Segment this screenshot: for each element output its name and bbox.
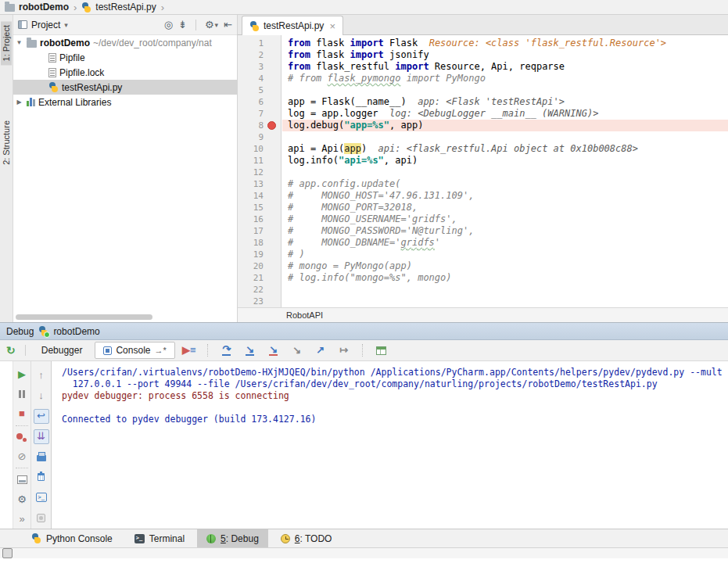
gutter-line-1[interactable]: 1 [238, 38, 281, 49]
tree-row-pipfile-lock[interactable]: Pipfile.lock [13, 65, 237, 80]
gutter-line-18[interactable]: 18 [238, 237, 281, 249]
code-line-10[interactable]: api = Api(app) api: <flask_restful.Api o… [282, 143, 728, 155]
step-out-button[interactable]: ↗ [311, 342, 330, 358]
code-line-6[interactable]: app = Flask(__name__) app: <Flask 'testR… [282, 96, 728, 108]
code-line-1[interactable]: from flask import Flask Resource: <class… [282, 38, 728, 49]
code-line-3[interactable]: from flask_restful import Resource, Api,… [282, 61, 728, 73]
toolwindow-button-terminal[interactable]: Terminal [125, 529, 194, 547]
view-options-button[interactable]: ⚙▾ [205, 19, 218, 30]
code-line-19[interactable]: # ) [282, 249, 728, 260]
gutter-line-16[interactable]: 16 [238, 213, 281, 225]
step-over-button[interactable]: ↷ [217, 342, 236, 358]
gutter-line-15[interactable]: 15 [238, 202, 281, 213]
collapse-all-button[interactable]: ⇟ [178, 19, 187, 30]
toolwindow-button-python-console[interactable]: Python Console [22, 529, 122, 547]
project-panel-title[interactable]: Project [31, 20, 60, 30]
clear-all-button[interactable] [31, 469, 51, 485]
gutter-line-14[interactable]: 14 [238, 190, 281, 202]
code-line-2[interactable]: from flask import jsonify [282, 49, 728, 61]
code-line-13[interactable]: # app.config.update( [282, 178, 728, 190]
tree-row-pipfile[interactable]: Pipfile [13, 50, 237, 65]
code-line-14[interactable]: # MONGO_HOST='47.96.131.109', [282, 190, 728, 202]
up-stack-trace-button[interactable]: ↑ [31, 368, 51, 383]
debug-tab-console[interactable]: Console→* [95, 342, 174, 359]
editor-code-area[interactable]: from flask import Flask Resource: <class… [282, 35, 728, 307]
gutter-line-22[interactable]: 22 [238, 284, 281, 296]
hide-panel-button[interactable]: ⇤ [224, 19, 232, 30]
scroll-to-end-button[interactable]: ⇊ [31, 429, 51, 444]
tree-row-testrestapi-py[interactable]: testRestApi.py [13, 80, 237, 95]
toolwindow-button-5-debug[interactable]: 5: Debug [197, 529, 268, 547]
evaluate-expression-button[interactable] [372, 342, 391, 358]
gutter-line-12[interactable]: 12 [238, 167, 281, 178]
debug-tab-debugger[interactable]: Debugger [34, 342, 91, 358]
gutter-line-21[interactable]: 21 [238, 272, 281, 284]
gutter-line-8[interactable]: 8 [238, 120, 281, 131]
code-line-8[interactable]: log.debug("app=%s", app) [282, 120, 728, 131]
gutter-line-13[interactable]: 13 [238, 178, 281, 190]
code-line-23[interactable] [282, 296, 728, 307]
code-line-21[interactable]: # log.info("mongo=%s", mongo) [282, 272, 728, 284]
stop-program-button[interactable]: ■ [13, 407, 30, 421]
breadcrumb-project[interactable]: robotDemo [19, 2, 69, 13]
stripe-tab-1-project[interactable]: 1: Project [1, 21, 12, 65]
rerun-button[interactable]: ↻ [6, 344, 16, 357]
code-line-12[interactable] [282, 167, 728, 178]
code-line-17[interactable]: # MONGO_PASSWORD='N@turling', [282, 225, 728, 237]
code-line-5[interactable] [282, 84, 728, 96]
editor-tab-testrestapi[interactable]: testRestApi.py × [242, 16, 343, 35]
tree-collapsed-arrow-icon[interactable]: ▶ [15, 99, 23, 106]
code-line-20[interactable]: # mongo = PyMongo(app) [282, 260, 728, 272]
gutter-line-10[interactable]: 10 [238, 143, 281, 155]
step-into-my-code-button[interactable]: ↘ [264, 342, 283, 358]
resume-program-button[interactable]: ▶ [13, 368, 30, 382]
gutter-line-17[interactable]: 17 [238, 225, 281, 237]
gutter-line-4[interactable]: 4 [238, 73, 281, 84]
gutter-line-5[interactable]: 5 [238, 84, 281, 96]
gutter-line-19[interactable]: 19 [238, 249, 281, 260]
close-tab-icon[interactable]: × [329, 20, 335, 32]
gutter-line-6[interactable]: 6 [238, 96, 281, 108]
force-step-into-button[interactable]: ↘ [288, 342, 307, 358]
tree-row-external-libraries[interactable]: ▶External Libraries [13, 95, 237, 109]
step-into-button[interactable]: ↘ [241, 342, 260, 358]
show-python-prompt-button[interactable] [31, 489, 51, 505]
breadcrumb-file[interactable]: testRestApi.py [95, 2, 156, 13]
chevron-down-icon[interactable]: ▾ [64, 21, 68, 29]
code-line-15[interactable]: # MONGO_PORT=32018, [282, 202, 728, 213]
tree-expanded-arrow-icon[interactable]: ▼ [15, 39, 23, 46]
code-line-18[interactable]: # MONGO_DBNAME='gridfs' [282, 237, 728, 249]
code-line-9[interactable] [282, 131, 728, 143]
gutter-line-20[interactable]: 20 [238, 260, 281, 272]
debug-settings-button[interactable]: ⚙ [13, 492, 30, 507]
gutter-line-11[interactable]: 11 [238, 155, 281, 167]
toolwindow-switcher-icon[interactable] [2, 548, 13, 558]
gutter-line-2[interactable]: 2 [238, 49, 281, 61]
code-line-7[interactable]: log = app.logger log: <DebugLogger __mai… [282, 108, 728, 120]
attach-image-button[interactable] [31, 510, 51, 525]
toolwindow-button-6-todo[interactable]: 6: TODO [271, 529, 342, 547]
down-stack-trace-button[interactable]: ↓ [31, 388, 51, 403]
gutter-line-9[interactable]: 9 [238, 131, 281, 143]
locate-file-button[interactable]: ◎ [164, 19, 173, 30]
gutter-line-23[interactable]: 23 [238, 296, 281, 307]
code-line-16[interactable]: # MONGO_USERNAME='gridfs', [282, 213, 728, 225]
code-line-11[interactable]: log.info("api=%s", api) [282, 155, 728, 167]
restore-layout-button[interactable] [13, 472, 30, 487]
debug-window-header[interactable]: Debug robotDemo [0, 322, 728, 340]
gutter-line-3[interactable]: 3 [238, 61, 281, 73]
use-soft-wraps-button[interactable]: ↩ [31, 408, 51, 424]
mute-breakpoints-button[interactable]: ⊘ [13, 450, 30, 464]
horizontal-scrollbar[interactable] [16, 314, 152, 320]
tree-row-robotdemo[interactable]: ▼robotDemo ~/dev/dev_root/company/nat [13, 35, 237, 50]
stripe-tab-2-structure[interactable]: 2: Structure [1, 117, 12, 169]
pause-program-button[interactable] [13, 387, 30, 402]
print-console-button[interactable] [31, 449, 51, 464]
more-options-button[interactable]: » [13, 511, 30, 526]
code-line-4[interactable]: # from flask_pymongo import PyMongo [282, 73, 728, 84]
breadcrumb-scope[interactable]: RobotAPI [286, 310, 323, 320]
gutter-line-7[interactable]: 7 [238, 108, 281, 120]
show-execution-point-button[interactable]: ▶≡ [180, 342, 199, 358]
breakpoint-icon[interactable] [267, 121, 276, 130]
debug-console-output[interactable]: /Users/crifan/.virtualenvs/robotDemo-HXj… [52, 361, 728, 529]
